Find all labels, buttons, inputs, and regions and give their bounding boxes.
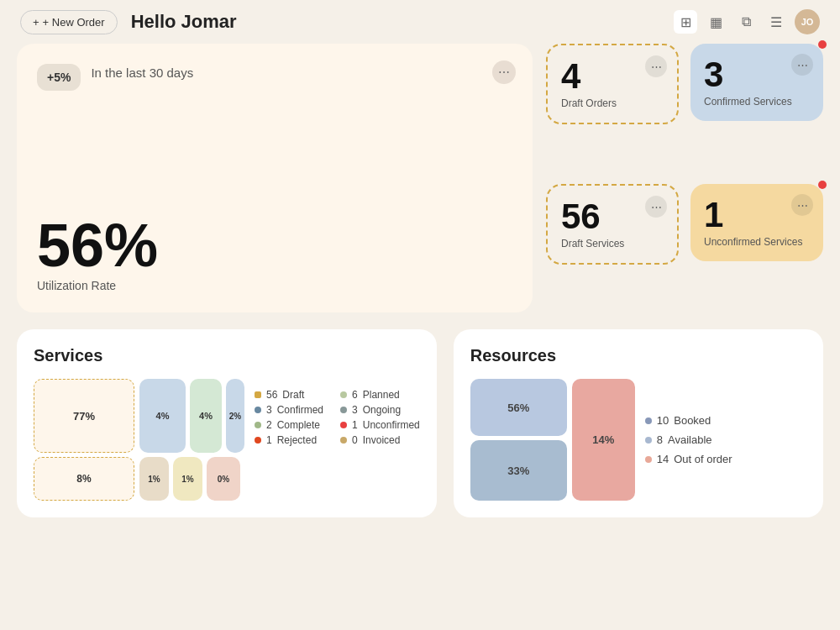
- legend-planned: 6 Planned: [340, 389, 420, 401]
- treemap-8: 8%: [34, 457, 134, 501]
- legend-label-unconfirmed: Unconfirmed: [363, 419, 420, 431]
- confirmed-services-wrapper: ⋯ 3 Confirmed Services: [690, 44, 823, 172]
- legend-booked: 10 Booked: [645, 414, 732, 427]
- new-order-button[interactable]: + + New Order: [20, 10, 118, 34]
- legend-label-invoiced: Invoiced: [363, 434, 401, 446]
- resources-legend: 10 Booked 8 Available 14 Out of order: [645, 379, 732, 501]
- legend-dot-unconfirmed: [340, 422, 347, 428]
- legend-invoiced: 0 Invoiced: [340, 434, 420, 446]
- new-order-label: + New Order: [43, 16, 105, 29]
- services-legend: 56 Draft 6 Planned 3 Confirmed: [255, 389, 420, 501]
- columns-view-icon[interactable]: ⧉: [734, 10, 758, 34]
- services-content: 77% 8% 4% 4% 2% 1% 1% 0%: [34, 379, 420, 501]
- util-percent: 56%: [37, 215, 512, 276]
- legend-count-available: 8: [657, 433, 663, 446]
- unconfirmed-services-wrapper: ⋯ 1 Unconfirmed Services: [690, 184, 823, 312]
- legend-label-draft: Draft: [282, 389, 304, 401]
- util-top: +5% In the last 30 days: [37, 64, 512, 91]
- resources-content: 56% 33% 14% 10 Booked: [470, 379, 806, 501]
- treemap-col-right: 4% 4% 2% 1% 1% 0%: [139, 379, 244, 501]
- treemap-4a: 4%: [139, 379, 186, 453]
- top-section: +5% In the last 30 days ⋯ 56% Utilizatio…: [17, 44, 823, 312]
- topbar: + + New Order Hello Jomar ⊞ ▦ ⧉ ☰ JO: [0, 0, 840, 44]
- grid-view-icon[interactable]: ⊞: [674, 10, 697, 34]
- resources-title: Resources: [470, 346, 806, 365]
- utilization-card: +5% In the last 30 days ⋯ 56% Utilizatio…: [17, 44, 533, 312]
- bottom-section: Services 77% 8% 4% 4% 2%: [17, 329, 823, 517]
- legend-label-confirmed: Confirmed: [277, 404, 323, 416]
- unconfirmed-label: Unconfirmed Services: [704, 236, 810, 248]
- legend-out-of-order: 14 Out of order: [645, 453, 732, 465]
- res-14: 14%: [572, 379, 635, 501]
- treemap-row1: 4% 4% 2%: [139, 379, 244, 453]
- draft-services-menu[interactable]: ⋯: [645, 196, 667, 218]
- avatar[interactable]: JO: [795, 9, 820, 34]
- legend-dot-ongoing: [340, 407, 347, 413]
- resources-card: Resources 56% 33% 14%: [454, 329, 823, 517]
- draft-services-label: Draft Services: [561, 238, 664, 249]
- legend-label-out-of-order: Out of order: [674, 453, 732, 465]
- legend-count-complete: 2: [266, 419, 272, 431]
- legend-count-out-of-order: 14: [657, 453, 669, 465]
- legend-ongoing: 3 Ongoing: [340, 404, 420, 416]
- legend-dot-planned: [340, 391, 347, 398]
- confirmed-services-card: ⋯ 3 Confirmed Services: [690, 44, 823, 121]
- treemap-row2: 1% 1% 0%: [139, 457, 244, 501]
- draft-orders-menu[interactable]: ⋯: [645, 55, 667, 77]
- util-rate-label: Utilization Rate: [37, 279, 512, 292]
- legend-dot-out-of-order: [645, 456, 652, 463]
- main-content: +5% In the last 30 days ⋯ 56% Utilizatio…: [0, 44, 840, 531]
- legend-dot-invoiced: [340, 437, 347, 444]
- legend-count-planned: 6: [352, 389, 358, 401]
- legend-available: 8 Available: [645, 433, 732, 446]
- treemap-77: 77%: [34, 379, 134, 453]
- legend-dot-draft: [255, 391, 261, 398]
- treemap-0: 0%: [207, 457, 240, 501]
- topbar-right: ⊞ ▦ ⧉ ☰ JO: [674, 9, 820, 34]
- legend-dot-complete: [255, 422, 261, 428]
- treemap-4b: 4%: [190, 379, 222, 453]
- legend-count-booked: 10: [657, 414, 669, 427]
- legend-label-available: Available: [668, 433, 712, 446]
- util-subtitle: In the last 30 days: [91, 64, 193, 81]
- calendar-view-icon[interactable]: ▦: [704, 10, 727, 34]
- legend-count-confirmed: 3: [266, 404, 272, 416]
- legend-label-planned: Planned: [363, 389, 400, 401]
- topbar-left: + + New Order Hello Jomar: [20, 10, 237, 34]
- util-bottom: 56% Utilization Rate: [37, 215, 512, 292]
- services-treemap: 77% 8% 4% 4% 2% 1% 1% 0%: [34, 379, 244, 501]
- util-menu-button[interactable]: ⋯: [492, 60, 516, 84]
- res-56: 56%: [470, 379, 567, 436]
- res-33: 33%: [470, 440, 567, 501]
- res-left-col: 56% 33%: [470, 379, 567, 501]
- confirmed-menu[interactable]: ⋯: [791, 54, 813, 76]
- confirmed-label: Confirmed Services: [704, 96, 810, 108]
- unconfirmed-menu[interactable]: ⋯: [791, 194, 813, 216]
- legend-label-complete: Complete: [277, 419, 320, 431]
- list-view-icon[interactable]: ☰: [764, 10, 788, 34]
- legend-confirmed: 3 Confirmed: [255, 404, 323, 416]
- legend-label-booked: Booked: [674, 414, 711, 427]
- unconfirmed-services-card: ⋯ 1 Unconfirmed Services: [690, 184, 823, 261]
- legend-unconfirmed: 1 Unconfirmed: [340, 419, 420, 431]
- draft-orders-label: Draft Orders: [561, 97, 664, 109]
- legend-count-unconfirmed: 1: [352, 419, 358, 431]
- legend-complete: 2 Complete: [255, 419, 323, 431]
- stat-cards-grid: ⋯ 4 Draft Orders ⋯ 3 Confirmed Services …: [546, 44, 823, 312]
- treemap-1b: 1%: [173, 457, 202, 501]
- util-badge: +5%: [37, 64, 81, 91]
- draft-orders-card: ⋯ 4 Draft Orders: [546, 44, 679, 124]
- res-right-col: 14%: [572, 379, 635, 501]
- page-title: Hello Jomar: [131, 11, 237, 33]
- confirmed-notification-dot: [818, 40, 827, 49]
- legend-count-ongoing: 3: [352, 404, 358, 416]
- treemap-2: 2%: [226, 379, 244, 453]
- legend-label-ongoing: Ongoing: [363, 404, 401, 416]
- services-card: Services 77% 8% 4% 4% 2%: [17, 329, 437, 517]
- legend-dot-confirmed: [255, 407, 261, 413]
- legend-count-rejected: 1: [266, 434, 272, 446]
- plus-icon: +: [33, 16, 39, 29]
- legend-dot-booked: [645, 417, 652, 424]
- legend-rejected: 1 Rejected: [255, 434, 323, 446]
- legend-label-rejected: Rejected: [277, 434, 317, 446]
